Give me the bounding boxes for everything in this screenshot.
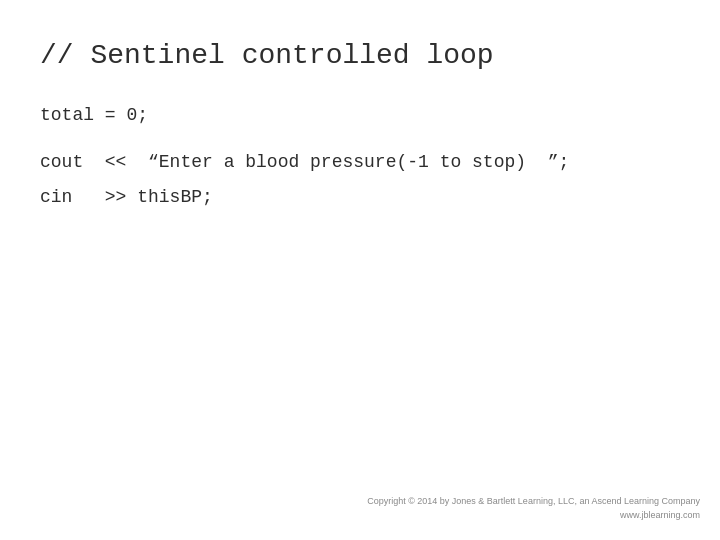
slide-title: // Sentinel controlled loop: [40, 40, 680, 71]
code-block: total = 0; cout << “Enter a blood pressu…: [40, 101, 680, 211]
footer-line1: Copyright © 2014 by Jones & Bartlett Lea…: [367, 495, 700, 509]
code-line-3: cout << “Enter a blood pressure(-1 to st…: [40, 148, 680, 177]
code-line-4: cin >> thisBP;: [40, 183, 680, 212]
code-line-1: total = 0;: [40, 101, 680, 130]
footer: Copyright © 2014 by Jones & Bartlett Lea…: [367, 495, 700, 522]
slide: // Sentinel controlled loop total = 0; c…: [0, 0, 720, 540]
footer-line2: www.jblearning.com: [367, 509, 700, 523]
